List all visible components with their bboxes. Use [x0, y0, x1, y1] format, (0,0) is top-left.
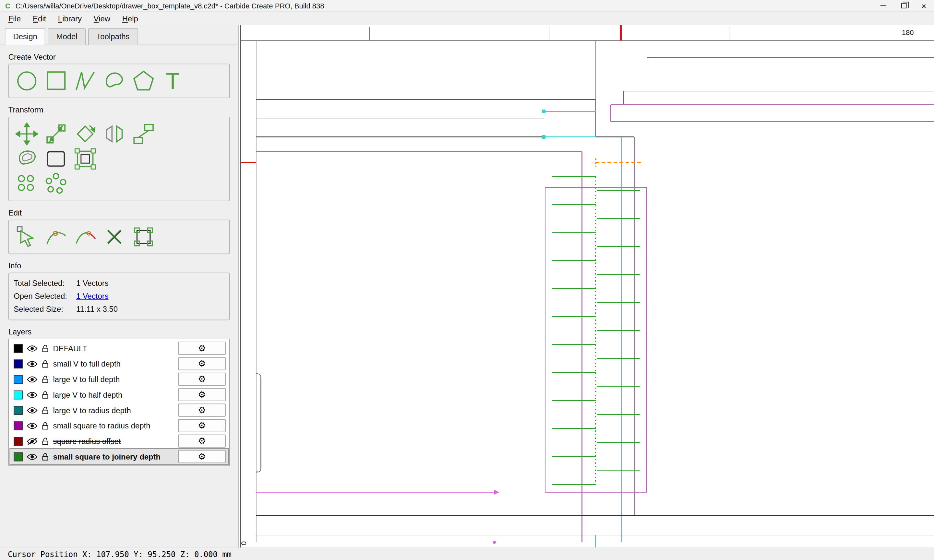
section-info: Info Total Selected: 1 Vectors Open Sele… — [8, 261, 230, 320]
layer-settings-button[interactable]: ⚙ — [178, 450, 226, 463]
edit-title: Edit — [8, 208, 230, 217]
slot-outline[interactable] — [256, 374, 261, 472]
close-button[interactable]: × — [914, 0, 934, 11]
lock-open-icon[interactable] — [42, 391, 49, 399]
lock-open-icon[interactable] — [42, 452, 49, 461]
move-tool[interactable] — [14, 122, 40, 146]
menu-file[interactable]: File — [2, 12, 26, 24]
eye-icon[interactable] — [27, 360, 38, 368]
design-canvas[interactable]: 180 0 — [239, 25, 934, 548]
layer-color-swatch[interactable] — [14, 375, 23, 384]
vectors-bottom — [256, 490, 934, 548]
curve-icon — [106, 73, 122, 87]
menu-library[interactable]: Library — [52, 12, 88, 24]
layer-settings-button[interactable]: ⚙ — [178, 435, 226, 448]
linear-array-tool[interactable] — [14, 172, 40, 196]
rectangle-tool[interactable] — [43, 69, 69, 93]
polyline-tool[interactable] — [72, 69, 98, 93]
delete-tool[interactable] — [101, 225, 128, 249]
tab-design[interactable]: Design — [5, 28, 46, 45]
gear-icon: ⚙ — [198, 420, 206, 431]
polyline-icon — [76, 72, 94, 90]
eye-icon[interactable] — [27, 422, 38, 429]
section-create-vector: Create Vector — [8, 52, 230, 98]
vector-node[interactable] — [493, 541, 496, 544]
minimize-button[interactable] — [873, 0, 894, 11]
eye-icon[interactable] — [27, 391, 38, 398]
lock-open-icon[interactable] — [42, 359, 49, 368]
circle-tool[interactable] — [14, 69, 40, 93]
layer-row-square-radius-offset[interactable]: square radius offset ⚙ — [10, 433, 228, 449]
app-window: C C:/Users/willa/OneDrive/Desktop/drawer… — [0, 0, 934, 560]
layer-settings-button[interactable]: ⚙ — [178, 357, 226, 370]
curve-tool[interactable] — [101, 69, 128, 93]
eye-off-icon[interactable] — [27, 437, 38, 445]
vector-node[interactable] — [542, 135, 546, 139]
layer-row-small-v-full[interactable]: small V to full depth ⚙ — [10, 356, 228, 371]
layer-row-small-square-radius[interactable]: small square to radius depth ⚙ — [10, 418, 228, 433]
lock-open-icon[interactable] — [42, 437, 49, 445]
eye-icon[interactable] — [27, 453, 38, 460]
trim-rectangle-tool[interactable] — [43, 147, 69, 171]
restore-icon — [901, 3, 906, 8]
layer-color-swatch[interactable] — [14, 437, 23, 446]
joinery-rectangle[interactable] — [545, 188, 646, 492]
rotate-tool[interactable] — [72, 122, 98, 146]
layer-settings-button[interactable]: ⚙ — [178, 419, 226, 432]
gear-icon: ⚙ — [198, 451, 206, 462]
layer-settings-button[interactable]: ⚙ — [178, 373, 226, 386]
layer-row-large-v-full[interactable]: large V to full depth ⚙ — [10, 371, 228, 387]
layer-row-large-v-radius[interactable]: large V to radius depth ⚙ — [10, 403, 228, 418]
node-edit-tool[interactable] — [14, 225, 40, 249]
boolean-tool[interactable] — [72, 147, 98, 171]
info-open-selected: Open Selected: 1 Vectors — [14, 290, 224, 303]
scale-tool[interactable] — [43, 122, 69, 146]
vectors-verticals — [582, 137, 634, 542]
tab-toolpaths[interactable]: Toolpaths — [88, 28, 138, 45]
layer-row-large-v-half[interactable]: large V to half depth ⚙ — [10, 387, 228, 403]
cut-vector-tool[interactable] — [72, 225, 98, 249]
info-selected-size: Selected Size: 11.11 x 3.50 — [14, 303, 224, 316]
info-total-selected: Total Selected: 1 Vectors — [14, 277, 224, 290]
lock-open-icon[interactable] — [42, 406, 49, 414]
total-selected-label: Total Selected: — [14, 277, 76, 290]
tab-model[interactable]: Model — [48, 28, 86, 45]
menu-help[interactable]: Help — [116, 12, 144, 24]
menu-edit[interactable]: Edit — [27, 12, 52, 24]
layer-color-swatch[interactable] — [14, 421, 23, 430]
maximize-button[interactable] — [894, 0, 914, 11]
gear-icon: ⚙ — [198, 343, 206, 354]
polygon-tool[interactable] — [130, 69, 157, 93]
text-tool[interactable]: T — [160, 69, 186, 93]
layer-color-swatch[interactable] — [14, 390, 23, 399]
layer-row-small-square-joinery[interactable]: small square to joinery depth ⚙ — [10, 449, 228, 465]
layer-color-swatch[interactable] — [14, 452, 23, 461]
vector-node[interactable] — [542, 109, 546, 113]
join-vectors-tool[interactable] — [130, 225, 157, 249]
mirror-tool[interactable] — [101, 122, 128, 146]
circle-icon — [18, 72, 35, 90]
menu-view[interactable]: View — [88, 12, 116, 24]
layer-settings-button[interactable]: ⚙ — [178, 342, 226, 355]
circular-array-tool[interactable] — [43, 172, 69, 196]
eye-icon[interactable] — [27, 375, 38, 383]
edit-curve-node-tool[interactable] — [43, 225, 69, 249]
lock-open-icon[interactable] — [42, 421, 49, 430]
offset-tool[interactable] — [14, 147, 40, 171]
layer-color-swatch[interactable] — [14, 406, 23, 415]
layer-settings-button[interactable]: ⚙ — [178, 403, 226, 417]
join-vectors-icon — [132, 225, 155, 249]
layer-color-swatch[interactable] — [14, 359, 23, 368]
eye-icon[interactable] — [27, 345, 38, 352]
align-tool[interactable] — [130, 122, 157, 146]
open-selected-link[interactable]: 1 Vectors — [76, 290, 109, 303]
layer-settings-button[interactable]: ⚙ — [178, 388, 226, 401]
lock-open-icon[interactable] — [42, 375, 49, 383]
layer-row-default[interactable]: DEFAULT ⚙ — [10, 341, 228, 356]
lock-open-icon[interactable] — [42, 344, 49, 352]
trim-rectangle-icon — [44, 147, 68, 171]
layer-color-swatch[interactable] — [14, 344, 23, 353]
layer-name: small square to radius depth — [53, 421, 150, 430]
eye-icon[interactable] — [27, 406, 38, 414]
delete-icon — [102, 225, 126, 249]
